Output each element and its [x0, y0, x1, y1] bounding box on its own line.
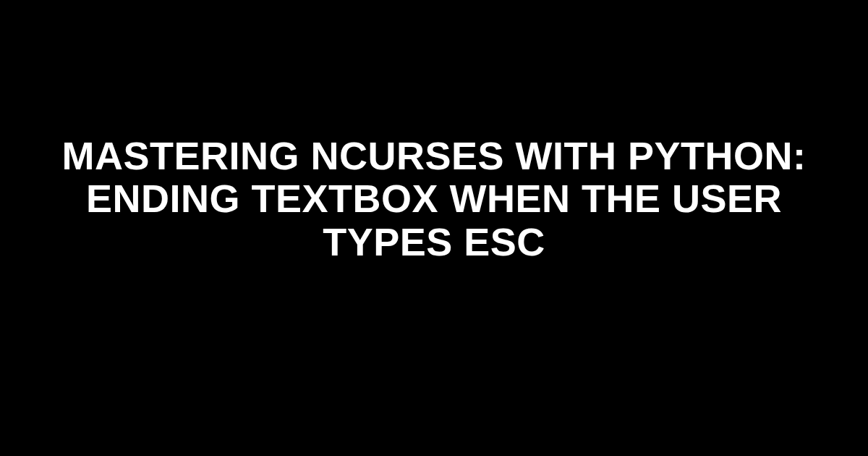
hero-container: Mastering ncurses with Python: Ending Te… — [0, 135, 868, 263]
hero-title: Mastering ncurses with Python: Ending Te… — [43, 135, 825, 263]
